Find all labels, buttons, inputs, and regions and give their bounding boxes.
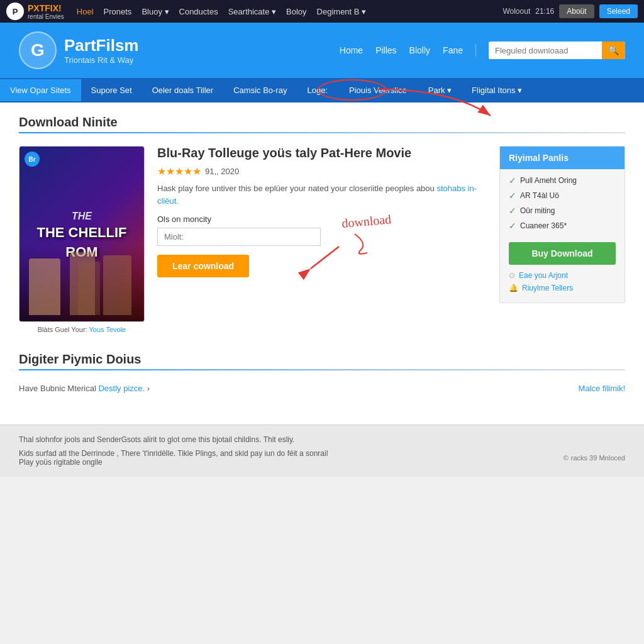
cat-nav-loge[interactable]: Loge:	[297, 79, 338, 101]
nav-link-hoel[interactable]: Hoel	[77, 7, 94, 16]
select-button[interactable]: Seleed	[599, 4, 638, 18]
search-button[interactable]: 🔍	[602, 42, 625, 59]
cover-link[interactable]: Yous Tevole	[89, 326, 126, 333]
check-icon-2: ✓	[509, 206, 516, 216]
check-icon-1: ✓	[509, 191, 516, 201]
main-content: Download Ninite Br The THE CHELLIF ROM	[0, 103, 644, 425]
cover-caption: Blàts Guel Your: Yous Tevole	[38, 326, 126, 333]
cat-nav-supore[interactable]: Supore Set	[81, 79, 142, 101]
top-nav-right: Woloout 21:16 Aboüt Seleed	[502, 4, 638, 18]
input-row: Ols on moncity	[157, 214, 487, 246]
bottom-divider	[19, 369, 625, 370]
site-logo-text: PartFilsm Triontais Rit & Way	[64, 36, 139, 65]
cat-nav-camsic[interactable]: Camsic Bo-ray	[223, 79, 297, 101]
bottom-right-link[interactable]: Malce filimik!	[579, 384, 625, 393]
link-icon-1: 🔔	[509, 284, 518, 292]
rating-row: ★★★★★ 91,, 2020	[157, 165, 487, 177]
sidebar-panel-header: Riyimal Panlis	[500, 147, 625, 169]
copyright-icon: ©	[564, 454, 569, 462]
site-nav-fane[interactable]: Fane	[443, 45, 463, 55]
cat-nav-piouis[interactable]: Piouis Veerslice	[338, 78, 418, 103]
product-area: Br The THE CHELLIF ROM	[19, 146, 487, 333]
footer-link-3[interactable]: Play yoüs rigitable onglle	[19, 458, 103, 467]
content-row: Br The THE CHELLIF ROM	[19, 146, 625, 333]
site-nav-blolly[interactable]: Blolly	[409, 45, 430, 55]
footer-links: Kids surfad atl the Derrinode , There 't…	[19, 449, 328, 467]
footer-top: Thal slohnfor jools and SenderGsots alir…	[19, 435, 625, 444]
bottom-row: Have Bubnic Mterical Destly pizce. › Mal…	[19, 383, 625, 393]
footer-right: © racks 39 Mnloced	[564, 449, 625, 467]
nav-link-pronets[interactable]: Pronets	[104, 7, 132, 16]
search-box: 🔍	[489, 42, 625, 59]
site-nav: Home Pilles Blolly Fane 🔍	[340, 42, 625, 59]
nav-link-searthicate[interactable]: Searthicate ▾	[228, 7, 276, 16]
site-brand: PartFilsm	[64, 36, 139, 55]
site-logo-area: G PartFilsm Triontais Rit & Way	[19, 31, 139, 69]
site-logo-circle: G	[19, 31, 57, 69]
bottom-left: Have Bubnic Mterical Destly pizce. ›	[19, 384, 150, 393]
brand-sub: rental Envies	[28, 13, 64, 20]
top-nav-logo: P PXTFIX! rental Envies	[6, 3, 64, 20]
download-button[interactable]: Lear cownload	[157, 255, 249, 277]
link-icon-0: ⊙	[509, 271, 515, 280]
site-tagline: Triontais Rit & Way	[64, 55, 139, 65]
nav-link-boloy[interactable]: Boloy	[286, 7, 307, 16]
product-cover-wrap: Br The THE CHELLIF ROM	[19, 146, 145, 333]
site-icon: P	[6, 3, 24, 20]
nav-link-degiment[interactable]: Degiment B ▾	[317, 7, 367, 16]
bottom-right: Malce filimik!	[579, 383, 625, 393]
nav-link-bluoy[interactable]: Bluoy ▾	[142, 7, 169, 16]
bottom-section-title: Digiter Piymic Doius	[19, 352, 625, 367]
search-input[interactable]	[489, 42, 602, 59]
product-input[interactable]	[157, 228, 321, 246]
footer-link-1[interactable]: Derrinode	[81, 449, 114, 458]
product-title: Blu-Ray Tolleuge yoüs taly Pat-Here Movi…	[157, 146, 487, 160]
product-sidebar: Riyimal Panlis ✓ Pull Ameht Oring ✓ AR T…	[499, 146, 625, 333]
sidebar-panel-body: ✓ Pull Ameht Oring ✓ AR T4àl Uö ✓ Oûr mi…	[500, 169, 625, 303]
cat-nav-oeler[interactable]: Oeler doals Tiller	[142, 79, 224, 101]
section-divider	[19, 132, 625, 133]
check-icon-3: ✓	[509, 221, 516, 231]
check-icon-0: ✓	[509, 175, 516, 186]
sidebar-link-0[interactable]: ⊙ Eae you Arjont	[509, 271, 616, 280]
sidebar-panel: Riyimal Panlis ✓ Pull Ameht Oring ✓ AR T…	[499, 146, 625, 303]
cat-nav-park[interactable]: Park ▾	[418, 79, 462, 101]
bottom-left-link[interactable]: Destly pizce.	[98, 384, 145, 393]
buy-download-button[interactable]: Buy Download	[509, 242, 616, 265]
sidebar-link-1[interactable]: 🔔 Riuylme Tellers	[509, 284, 616, 292]
product-info: Blu-Ray Tolleuge yoüs taly Pat-Here Movi…	[157, 146, 487, 277]
top-nav-links: Hoel Pronets Bluoy ▾ Conductes Searthica…	[77, 7, 503, 16]
top-nav: P PXTFIX! rental Envies Hoel Pronets Blu…	[0, 0, 644, 23]
site-nav-home[interactable]: Home	[340, 45, 363, 55]
cat-nav-fligital[interactable]: Fligital Itons ▾	[462, 79, 532, 101]
input-label: Ols on moncity	[157, 214, 487, 224]
download-section: Download Ninite Br The THE CHELLIF ROM	[19, 115, 625, 333]
check-item-2: ✓ Oûr miting	[509, 206, 616, 216]
product-cover: Br The THE CHELLIF ROM	[19, 146, 145, 322]
product-desc: Hask play fore untiver this be eplüer yo…	[157, 182, 487, 207]
check-item-0: ✓ Pull Ameht Oring	[509, 175, 616, 186]
section-title: Download Ninite	[19, 115, 625, 130]
about-button[interactable]: Aboüt	[559, 4, 594, 18]
username: Woloout	[502, 7, 530, 16]
check-item-1: ✓ AR T4àl Uö	[509, 191, 616, 201]
nav-link-conductes[interactable]: Conductes	[179, 7, 218, 16]
cat-nav: View Opar Sitets Supore Set Oeler doals …	[0, 78, 644, 103]
nav-divider	[475, 44, 476, 57]
cat-nav-view-opar[interactable]: View Opar Sitets	[0, 79, 81, 101]
footer: Thal slohnfor jools and SenderGsots alir…	[0, 425, 644, 477]
check-item-3: ✓ Cuaneer 365*	[509, 221, 616, 231]
bottom-section: Digiter Piymic Doius Have Bubnic Mterica…	[19, 352, 625, 393]
site-nav-pilles[interactable]: Pilles	[375, 45, 396, 55]
star-rating: ★★★★★	[157, 165, 201, 177]
cover-logo: Br	[25, 152, 40, 167]
footer-link-2[interactable]: féit a sonrail	[287, 449, 328, 458]
logo-char: G	[31, 40, 45, 60]
site-header: G PartFilsm Triontais Rit & Way Home Pil…	[0, 23, 644, 78]
time-display: 21:16	[535, 7, 554, 16]
brand-name: PXTFIX!	[28, 3, 64, 13]
footer-bottom: Kids surfad atl the Derrinode , There 't…	[19, 449, 625, 467]
rating-text: 91,, 2020	[205, 167, 239, 176]
